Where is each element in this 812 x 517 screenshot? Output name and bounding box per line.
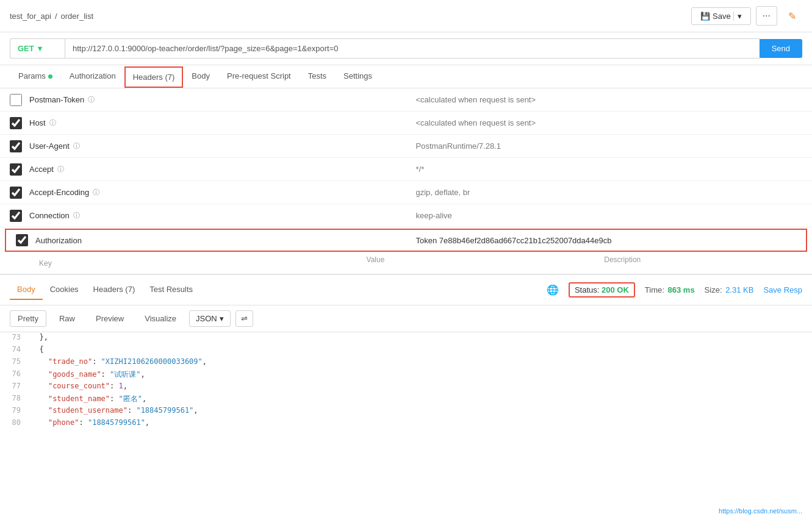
authorization-key: Authorization	[35, 236, 416, 245]
connection-key: Connection ⓘ	[29, 211, 416, 220]
connection-value: keep-alive	[416, 211, 803, 220]
resp-tab-body[interactable]: Body	[10, 280, 43, 300]
format-preview-button[interactable]: Preview	[88, 310, 132, 327]
json-line-79: 79 "student_username": "18845799561",	[0, 405, 812, 418]
status-label: Status:	[575, 285, 599, 294]
method-label: GET	[18, 44, 34, 53]
resp-tab-cookies[interactable]: Cookies	[43, 280, 86, 300]
response-header: Body Cookies Headers (7) Test Results 🌐 …	[0, 274, 812, 305]
format-pretty-button[interactable]: Pretty	[10, 310, 46, 327]
save-response-button[interactable]: Save Resp	[763, 285, 802, 294]
accept-checkbox[interactable]	[10, 163, 22, 176]
resp-tab-headers[interactable]: Headers (7)	[86, 280, 143, 300]
line-num-78: 78	[0, 394, 31, 402]
line-num-73: 73	[0, 333, 31, 341]
save-icon: 💾	[700, 12, 710, 21]
url-bar: GET ▾ Send	[0, 32, 812, 65]
host-checkbox[interactable]	[10, 117, 22, 129]
col-key-label: Key	[10, 255, 367, 271]
top-bar: test_for_api / order_list 💾 Save ▾ ··· ✎	[0, 0, 812, 32]
line-content-80: "phone": "18845799561",	[31, 418, 149, 427]
edit-button[interactable]: ✎	[782, 7, 802, 26]
postman-token-checkbox[interactable]	[10, 94, 22, 106]
send-button[interactable]: Send	[760, 39, 802, 58]
collection-name: test_for_api	[10, 12, 51, 21]
time-value: 863 ms	[668, 285, 695, 294]
json-line-75: 75 "trade_no": "XIZHI2106260000033609",	[0, 357, 812, 369]
accept-key: Accept ⓘ	[29, 165, 416, 174]
user-agent-checkbox[interactable]	[10, 140, 22, 152]
accept-encoding-checkbox[interactable]	[10, 187, 22, 199]
method-select[interactable]: GET ▾	[10, 38, 65, 59]
header-row-accept: Accept ⓘ */*	[0, 158, 812, 181]
connection-checkbox[interactable]	[10, 210, 22, 222]
json-line-77: 77 "course_count": 1,	[0, 381, 812, 393]
json-format-select[interactable]: JSON ▾	[189, 310, 231, 327]
accept-encoding-key: Accept-Encoding ⓘ	[29, 188, 416, 197]
resp-tab-test-results[interactable]: Test Results	[142, 280, 200, 300]
time-info: Time: 863 ms	[645, 285, 695, 294]
globe-icon: 🌐	[547, 284, 559, 296]
json-viewer: 73 }, 74 { 75 "trade_no": "XIZHI21062600…	[0, 332, 812, 517]
authorization-checkbox[interactable]	[16, 234, 28, 246]
format-raw-button[interactable]: Raw	[51, 310, 83, 327]
more-options-button[interactable]: ···	[756, 6, 777, 26]
header-row-host: Host ⓘ <calculated when request is sent>	[0, 112, 812, 135]
json-line-78: 78 "student_name": "匿名",	[0, 393, 812, 405]
status-bar-url: https://blog.csdn.net/susm...	[719, 507, 802, 515]
line-content-74: {	[31, 345, 44, 354]
json-line-73: 73 },	[0, 332, 812, 344]
host-key: Host ⓘ	[29, 118, 416, 127]
header-row-accept-encoding: Accept-Encoding ⓘ gzip, deflate, br	[0, 181, 812, 204]
save-label: Save	[713, 12, 731, 21]
header-row-user-agent: User-Agent ⓘ PostmanRuntime/7.28.1	[0, 135, 812, 158]
wrap-icon: ⇌	[241, 314, 248, 323]
tab-headers[interactable]: Headers (7)	[124, 66, 184, 88]
header-row-authorization: Authorization Token 7e88b46ef2d86ad667cc…	[5, 229, 807, 252]
save-button[interactable]: 💾 Save ▾	[691, 7, 751, 25]
json-line-80: 80 "phone": "18845799561",	[0, 418, 812, 430]
column-headers: Key Value Description	[0, 253, 812, 274]
tab-authorization[interactable]: Authorization	[61, 65, 124, 88]
params-dot	[48, 74, 52, 79]
line-num-79: 79	[0, 406, 31, 415]
json-line-74: 74 {	[0, 344, 812, 357]
line-content-76: "goods_name": "试听课",	[31, 369, 145, 380]
user-agent-value: PostmanRuntime/7.28.1	[416, 141, 803, 151]
line-num-80: 80	[0, 418, 31, 427]
tab-settings[interactable]: Settings	[335, 65, 381, 88]
col-value-label: Value	[367, 255, 605, 271]
info-icon-user-agent: ⓘ	[73, 141, 80, 151]
status-bar: https://blog.csdn.net/susm...	[709, 505, 812, 517]
time-label: Time:	[645, 285, 664, 294]
line-content-79: "student_username": "18845799561",	[31, 406, 198, 415]
request-name: order_list	[61, 12, 93, 21]
accept-encoding-value: gzip, deflate, br	[416, 188, 803, 197]
response-tabs: Body Cookies Headers (7) Test Results	[10, 280, 539, 300]
status-code: 200 OK	[602, 285, 629, 294]
size-label: Size:	[705, 285, 722, 294]
info-icon-host: ⓘ	[49, 118, 56, 127]
user-agent-key: User-Agent ⓘ	[29, 141, 416, 151]
tab-body[interactable]: Body	[183, 65, 218, 88]
headers-section: Postman-Token ⓘ <calculated when request…	[0, 88, 812, 274]
tab-prerequest[interactable]: Pre-request Script	[218, 65, 300, 88]
info-icon-connection: ⓘ	[73, 211, 80, 220]
line-content-77: "course_count": 1,	[31, 382, 128, 390]
line-content-78: "student_name": "匿名",	[31, 394, 146, 404]
size-value: 2.31 KB	[725, 285, 753, 294]
save-chevron[interactable]: ▾	[733, 12, 742, 21]
line-num-75: 75	[0, 357, 31, 366]
tab-params[interactable]: Params	[10, 65, 61, 88]
format-visualize-button[interactable]: Visualize	[137, 310, 184, 327]
line-num-74: 74	[0, 345, 31, 354]
accept-value: */*	[416, 165, 803, 174]
json-line-76: 76 "goods_name": "试听课",	[0, 369, 812, 381]
method-chevron: ▾	[38, 44, 42, 53]
status-area: 🌐 Status: 200 OK Time: 863 ms Size: 2.31…	[547, 282, 802, 298]
postman-token-value: <calculated when request is sent>	[416, 95, 803, 104]
wrap-button[interactable]: ⇌	[235, 310, 253, 327]
url-input[interactable]	[65, 38, 760, 59]
request-tabs: Params Authorization Headers (7) Body Pr…	[0, 65, 812, 88]
tab-tests[interactable]: Tests	[300, 65, 335, 88]
